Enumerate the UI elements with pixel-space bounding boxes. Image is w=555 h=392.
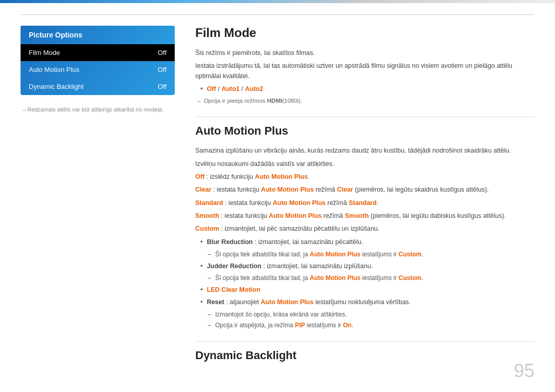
dynamic-backlight-desc: Automātiski pielāgo aizmugurgaismojumu, … [195,370,534,371]
section-divider-2 [195,341,534,342]
auto-motion-desc1: Samazina izplūšanu un vibrāciju ainās, k… [195,146,534,156]
divider-line [21,14,534,15]
menu-item-dynamic-backlight[interactable]: Dynamic Backlight Off [21,78,175,95]
film-mode-title: Film Mode [195,26,534,43]
led-clear-motion-bullet: LED Clear Motion [200,285,534,295]
judder-reduction-sub: Šī opcija tiek atbalstīta tikai tad, ja … [208,273,534,283]
reset-bullet: Reset : atjaunojiet Auto Motion Plus ies… [200,297,534,307]
sidebar: Picture Options Film Mode Off Auto Motio… [21,26,175,114]
auto-motion-off-line: Off : izslēdz funkciju Auto Motion Plus. [195,172,534,182]
menu-item-film-mode[interactable]: Film Mode Off [21,44,175,61]
auto-motion-standard-line: Standard : iestata funkciju Auto Motion … [195,198,534,208]
auto-motion-clear-line: Clear : iestata funkciju Auto Motion Plu… [195,185,534,195]
blur-reduction-bullet: Blur Reduction : izmantojiet, lai samazi… [200,237,534,247]
picture-options-title: Picture Options [21,26,175,44]
reset-sub1: Izmantojot šo opciju, krāsa ekrānā var a… [208,310,534,319]
dynamic-backlight-title: Dynamic Backlight [195,349,534,365]
film-mode-value: Off [158,49,166,57]
film-mode-options: Off / Auto1 / Auto2 [207,84,263,94]
section-divider-1 [195,117,534,117]
top-bar [0,0,555,3]
main-content: Film Mode Šis režīms ir piemērots, lai s… [195,26,534,371]
dynamic-backlight-label: Dynamic Backlight [29,83,84,90]
auto-motion-section: Auto Motion Plus Samazina izplūšanu un v… [195,124,534,330]
dynamic-backlight-section: Dynamic Backlight Automātiski pielāgo ai… [195,349,534,371]
reset-sub2: Opcija ir atspējota, ja režīma PIP iesta… [208,321,534,330]
sidebar-note: Redzamais attēls var būt atšķirīgs atkar… [21,105,175,114]
auto-motion-plus-value: Off [158,66,166,73]
auto-motion-desc2: Izvēlņu nosaukumi dažādās valstīs var at… [195,159,534,169]
led-clear-motion-text: LED Clear Motion [207,285,260,295]
blur-reduction-sub: Šī opcija tiek atbalstīta tikai tad, ja … [208,250,534,259]
film-mode-bullet: Off / Auto1 / Auto2 [200,84,534,94]
auto-motion-smooth-line: Smooth : iestata funkciju Auto Motion Pl… [195,211,534,221]
film-mode-section: Film Mode Šis režīms ir piemērots, lai s… [195,26,534,105]
film-mode-note: Opcija ir pieeja režīmos HDMI(1080i). [195,97,534,105]
film-mode-desc2: Iestata izstrādājumu tā, lai tas automāt… [195,61,534,81]
film-mode-desc1: Šis režīms ir piemērots, lai skatītos fi… [195,48,534,58]
film-mode-label: Film Mode [29,49,60,57]
dynamic-backlight-value: Off [158,83,166,90]
judder-reduction-bullet: Judder Reduction : izmantojiet, lai sama… [200,262,534,271]
auto-motion-title: Auto Motion Plus [195,124,534,141]
page-number: 95 [514,360,534,382]
auto-motion-custom-line: Custom : izmantojiet, lai pēc samazinātu… [195,224,534,234]
auto-motion-plus-label: Auto Motion Plus [29,66,79,73]
menu-item-auto-motion-plus[interactable]: Auto Motion Plus Off [21,61,175,78]
picture-options-box: Picture Options Film Mode Off Auto Motio… [21,26,175,95]
